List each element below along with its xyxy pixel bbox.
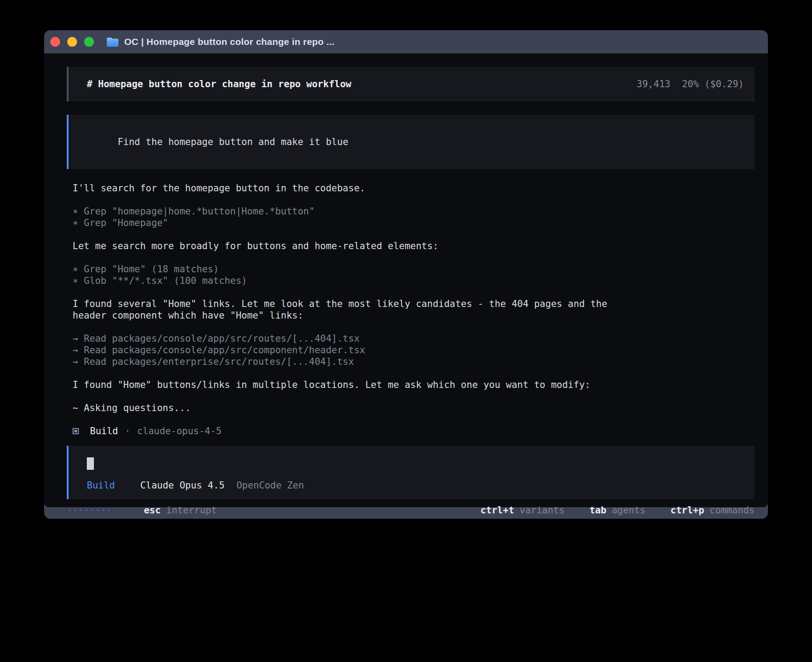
minimize-button[interactable]	[67, 37, 77, 47]
keybind-key: tab	[589, 505, 606, 516]
assistant-text-block: ~ Asking questions...	[67, 402, 755, 414]
transcript-line: ∗ Grep "homepage|home.*button|Home.*butt…	[73, 206, 755, 217]
transcript-line: ∗ Grep "Homepage"	[73, 217, 755, 229]
transcript-line: ∗ Glob "**/*.tsx" (100 matches)	[73, 275, 755, 287]
transcript: I'll search for the homepage button in t…	[67, 182, 755, 414]
session-header: # Homepage button color change in repo w…	[67, 67, 755, 101]
input-model-label: Claude Opus 4.5	[140, 480, 225, 491]
user-message-text: Find the homepage button and make it blu…	[118, 137, 348, 147]
tool-call-block: ∗ Grep "Home" (18 matches)∗ Glob "**/*.t…	[67, 263, 755, 287]
spinner-dots: ········	[67, 505, 112, 516]
keybind-key: ctrl+t	[480, 505, 514, 516]
prompt-input-line[interactable]	[87, 457, 744, 470]
transcript-line: ~ Asking questions...	[73, 402, 755, 414]
terminal-window: OC | Homepage button color change in rep…	[44, 30, 768, 519]
context-usage: 20% ($0.29)	[682, 78, 744, 90]
transcript-line: I'll search for the homepage button in t…	[73, 182, 755, 194]
agent-name: Build	[90, 425, 118, 437]
interrupt-hint: escinterrupt	[144, 505, 217, 516]
assistant-text-block: I found several "Home" links. Let me loo…	[67, 298, 755, 321]
session-stats: 39,413 20% ($0.29)	[637, 78, 744, 90]
statusbar-left: ········ escinterrupt	[67, 505, 217, 516]
agent-separator: ·	[125, 425, 130, 437]
agent-build-icon	[73, 428, 79, 434]
transcript-line: header component which have "Home" links…	[73, 310, 755, 321]
transcript-line: I found "Home" buttons/links in multiple…	[73, 379, 755, 391]
session-title: # Homepage button color change in repo w…	[87, 78, 351, 90]
transcript-line: I found several "Home" links. Let me loo…	[73, 298, 755, 310]
tool-call-block: ∗ Grep "homepage|home.*button|Home.*butt…	[67, 206, 755, 229]
token-count: 39,413	[637, 78, 670, 90]
keybind-hint-commands: ctrl+pcommands	[670, 505, 755, 516]
text-cursor	[87, 457, 94, 470]
zoom-button[interactable]	[84, 37, 94, 47]
prompt-input[interactable]: Build Claude Opus 4.5 OpenCode Zen	[67, 446, 755, 499]
user-message: Find the homepage button and make it blu…	[67, 115, 755, 169]
statusbar-right: ctrl+tvariantstabagentsctrl+pcommands	[480, 505, 755, 516]
keybind-hint-agents: tabagents	[589, 505, 646, 516]
keybind-key: ctrl+p	[670, 505, 704, 516]
assistant-text-block: Let me search more broadly for buttons a…	[67, 240, 755, 252]
assistant-text-block: I'll search for the homepage button in t…	[67, 182, 755, 194]
keybind-hint-variants: ctrl+tvariants	[480, 505, 564, 516]
keybind-label: variants	[520, 505, 564, 516]
transcript-line: → Read packages/enterprise/src/routes/[.…	[73, 356, 755, 367]
agent-status: Build · claude-opus-4-5	[67, 425, 755, 437]
transcript-line: Let me search more broadly for buttons a…	[73, 240, 755, 252]
transcript-line: → Read packages/console/app/src/routes/[…	[73, 333, 755, 344]
agent-model: claude-opus-4-5	[137, 425, 222, 437]
window-title: OC | Homepage button color change in rep…	[124, 36, 334, 47]
input-mode-label: Build	[87, 480, 115, 491]
keybind-label: commands	[710, 505, 755, 516]
statusbar: ········ escinterrupt ctrl+tvariantstaba…	[67, 505, 755, 516]
assistant-text-block: I found "Home" buttons/links in multiple…	[67, 379, 755, 391]
transcript-line: → Read packages/console/app/src/componen…	[73, 344, 755, 356]
titlebar[interactable]: OC | Homepage button color change in rep…	[44, 30, 768, 53]
close-button[interactable]	[50, 37, 60, 47]
title-area: OC | Homepage button color change in rep…	[106, 36, 334, 47]
folder-icon	[106, 37, 119, 47]
interrupt-key: esc	[144, 505, 161, 516]
input-provider-label: OpenCode Zen	[236, 480, 304, 491]
input-meta: Build Claude Opus 4.5 OpenCode Zen	[87, 480, 744, 491]
terminal-content: # Homepage button color change in repo w…	[44, 53, 768, 507]
transcript-line: ∗ Grep "Home" (18 matches)	[73, 263, 755, 275]
keybind-label: agents	[612, 505, 646, 516]
tool-call-block: → Read packages/console/app/src/routes/[…	[67, 333, 755, 367]
interrupt-label: interrupt	[166, 505, 217, 516]
traffic-lights	[50, 37, 94, 47]
